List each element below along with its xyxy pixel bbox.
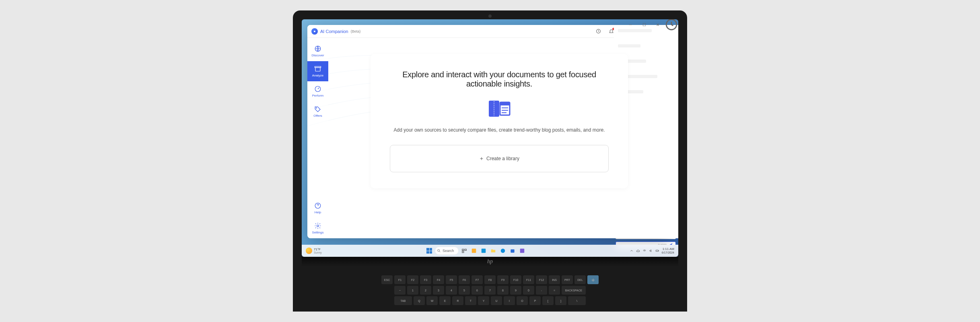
laptop-hinge: hp xyxy=(302,257,678,266)
archive-icon xyxy=(314,65,321,72)
tag-icon xyxy=(314,105,321,113)
sidebar-item-settings[interactable]: Settings xyxy=(307,218,328,238)
sidebar-item-perform[interactable]: Perform xyxy=(307,81,328,101)
taskbar-right: 1:11 AM 6/17/2024 xyxy=(630,248,678,254)
wifi-icon[interactable] xyxy=(642,249,646,253)
sidebar-label: Offers xyxy=(313,114,322,118)
weather-temp: 71°F xyxy=(314,248,322,251)
gauge-icon xyxy=(314,85,321,93)
screen-bezel: ─ ☐ ✕ Ask me anything. 0/4000 xyxy=(293,10,687,271)
os-window-controls: ─ ☐ ✕ xyxy=(624,19,678,30)
sidebar-label: Discover xyxy=(311,54,324,57)
history-button[interactable] xyxy=(593,26,603,37)
clock[interactable]: 1:11 AM 6/17/2024 xyxy=(662,248,674,254)
svg-rect-20 xyxy=(471,249,476,253)
taskview-button[interactable] xyxy=(460,247,468,255)
svg-point-16 xyxy=(438,250,440,252)
svg-rect-12 xyxy=(500,102,510,105)
battery-icon[interactable] xyxy=(655,249,659,253)
svg-rect-19 xyxy=(462,251,463,253)
date: 6/17/2024 xyxy=(662,251,674,254)
sidebar-item-help[interactable]: Help xyxy=(307,198,328,218)
windows-icon xyxy=(426,248,432,254)
help-icon xyxy=(314,202,321,209)
taskbar-left: 71°F Sunny xyxy=(302,248,322,254)
sidebar: Discover Analyze Perform Offers xyxy=(307,38,328,238)
os-close-button[interactable]: ✕ xyxy=(651,19,665,30)
svg-rect-21 xyxy=(481,249,486,253)
brand-logo: hp xyxy=(487,258,493,265)
search-icon xyxy=(437,249,441,253)
globe-icon xyxy=(314,45,321,52)
sun-icon xyxy=(306,248,312,254)
sidebar-item-discover[interactable]: Discover xyxy=(307,41,328,61)
svg-point-22 xyxy=(500,249,505,253)
create-library-label: Create a library xyxy=(486,156,519,161)
sidebar-label: Settings xyxy=(312,231,324,234)
chevron-up-icon[interactable] xyxy=(630,249,634,253)
create-library-button[interactable]: Create a library xyxy=(390,145,609,172)
beta-label: (Beta) xyxy=(351,29,361,33)
weather-widget[interactable]: 71°F Sunny xyxy=(306,248,322,254)
start-button[interactable] xyxy=(425,247,433,255)
taskbar-search[interactable]: Search xyxy=(435,247,459,255)
app-icon-3[interactable] xyxy=(518,247,526,255)
os-maximize-button[interactable]: ☐ xyxy=(637,19,651,30)
card-title: Explore and interact with your documents… xyxy=(390,70,609,89)
app-logo-icon xyxy=(311,28,318,35)
svg-rect-25 xyxy=(656,250,658,251)
svg-rect-18 xyxy=(465,249,466,251)
app-icon-2[interactable] xyxy=(480,247,488,255)
keyboard: ESCF1F2F3F4F5F6F7F8F9F10F11F12INSPRTDEL⏻… xyxy=(293,271,687,312)
svg-rect-17 xyxy=(462,249,463,251)
app-icon-1[interactable] xyxy=(470,247,478,255)
app-body: Discover Analyze Perform Offers xyxy=(307,38,670,238)
laptop-frame: ─ ☐ ✕ Ask me anything. 0/4000 xyxy=(293,10,687,312)
sidebar-item-offers[interactable]: Offers xyxy=(307,101,328,122)
svg-rect-4 xyxy=(315,67,320,71)
app-window: AI Companion (Beta) JS ─ ☐ ✕ xyxy=(307,25,670,238)
main-area: Explore and interact with your documents… xyxy=(328,38,670,238)
edge-icon[interactable] xyxy=(499,247,507,255)
svg-point-1 xyxy=(314,30,315,32)
taskbar-center: Search xyxy=(322,247,630,255)
cloud-icon[interactable] xyxy=(636,249,640,253)
os-history-button[interactable] xyxy=(665,19,678,30)
volume-icon[interactable] xyxy=(649,249,653,253)
explorer-icon[interactable] xyxy=(489,247,497,255)
svg-rect-24 xyxy=(520,249,524,253)
time: 1:11 AM xyxy=(662,248,674,251)
svg-point-8 xyxy=(317,225,319,227)
gear-icon xyxy=(314,222,321,229)
weather-desc: Sunny xyxy=(314,251,322,254)
svg-point-6 xyxy=(316,107,317,108)
document-book-icon xyxy=(390,99,609,118)
plus-icon xyxy=(479,156,484,161)
store-icon[interactable] xyxy=(509,247,517,255)
app-title: AI Companion xyxy=(320,29,348,34)
sidebar-label: Help xyxy=(315,211,321,214)
sidebar-item-analyze[interactable]: Analyze xyxy=(307,61,328,81)
taskbar: 71°F Sunny Search xyxy=(302,245,678,257)
sidebar-label: Perform xyxy=(312,94,323,97)
card-subtitle: Add your own sources to securely compare… xyxy=(390,127,609,133)
sidebar-label: Analyze xyxy=(312,74,323,77)
webcam xyxy=(488,14,492,18)
os-minimize-button[interactable]: ─ xyxy=(624,19,637,30)
empty-state-card: Explore and interact with your documents… xyxy=(371,54,628,188)
search-label: Search xyxy=(443,249,454,253)
screen: ─ ☐ ✕ Ask me anything. 0/4000 xyxy=(302,19,678,257)
svg-rect-23 xyxy=(511,250,514,253)
